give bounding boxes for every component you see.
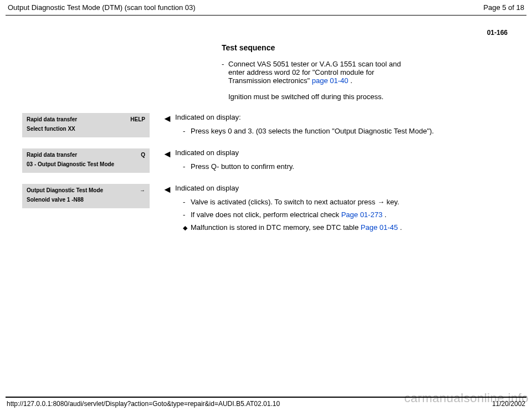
footer-url: http://127.0.0.1:8080/audi/servlet/Displ… <box>7 400 280 408</box>
display-right: Q <box>141 152 145 158</box>
block-heading: Indicated on display <box>175 184 510 192</box>
intro-text: Connect VAS 5051 tester or V.A.G 1551 sc… <box>228 60 405 85</box>
arrow-right-icon: → <box>140 187 145 193</box>
arrow-left-icon: ◄ <box>160 113 175 125</box>
arrow-right-icon: → <box>377 198 385 206</box>
link-page-01-45[interactable]: Page 01-45 <box>361 223 398 232</box>
footer-date: 11/20/2002 <box>492 400 525 408</box>
link-page-01-40[interactable]: page 01-40 <box>312 76 349 85</box>
dash-icon: - <box>183 127 191 135</box>
display-left: Rapid data transfer <box>27 152 77 158</box>
block-item-text: Press keys 0 and 3. (03 selects the func… <box>191 127 434 135</box>
dash-icon: - <box>183 210 191 219</box>
display-line2: Solenoid valve 1 -N88 <box>27 197 145 203</box>
intro-note: Ignition must be switched off during thi… <box>228 93 405 101</box>
display-box-2: Output Diagnostic Test Mode → Solenoid v… <box>22 184 150 208</box>
block-heading: Indicated on display <box>175 148 510 157</box>
arrow-left-icon: ◄ <box>160 148 175 160</box>
display-left: Rapid data transfer <box>27 116 77 122</box>
section-title: Test sequence <box>222 43 510 52</box>
display-box-1: Rapid data transfer Q 03 - Output Diagno… <box>22 148 150 173</box>
display-left: Output Diagnostic Test Mode <box>27 187 103 193</box>
link-page-01-273[interactable]: Page 01-273 <box>341 210 382 219</box>
page-number: 01-166 <box>22 25 510 43</box>
block-item-text: If valve does not click, perform electri… <box>191 210 386 219</box>
header-page-of: Page 5 of 18 <box>483 3 524 12</box>
block-heading: Indicated on display: <box>175 113 510 121</box>
arrow-left-icon: ◄ <box>160 184 175 196</box>
block-item-text: Press Q- button to confirm entry. <box>191 162 294 171</box>
display-line2: Select function XX <box>27 126 145 132</box>
dash-icon: - <box>222 60 228 85</box>
display-line2: 03 - Output Diagnostic Test Mode <box>27 161 145 167</box>
display-right: HELP <box>130 116 145 122</box>
block-item-text: Malfunction is stored in DTC memory, see… <box>191 223 402 232</box>
display-box-0: Rapid data transfer HELP Select function… <box>22 113 150 137</box>
dash-icon: - <box>183 162 191 171</box>
block-item-text: Valve is activated (clicks). To switch t… <box>191 198 399 206</box>
dash-icon: - <box>183 198 191 206</box>
diamond-bullet-icon: ◆ <box>183 223 191 232</box>
header-title: Output Diagnostic Test Mode (DTM) (scan … <box>8 3 196 12</box>
